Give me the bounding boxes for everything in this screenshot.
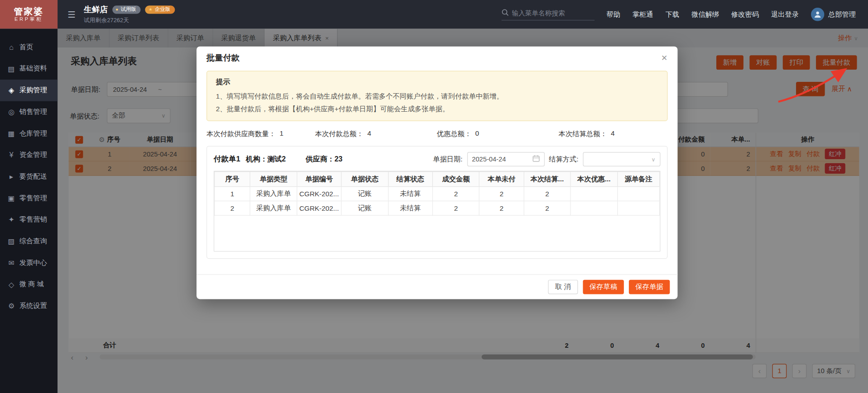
warehouse-icon: ▦ xyxy=(7,129,15,137)
settle-method-select[interactable]: ∨ xyxy=(583,152,660,166)
supplier-value: 23 xyxy=(335,155,343,163)
mall-icon: ◇ xyxy=(7,280,15,289)
user-menu[interactable]: 总部管理 xyxy=(811,8,856,21)
payment-table-header-row: 序号 单据类型 单据编号 单据状态 结算状态 成交金额 本单未付 本次结算...… xyxy=(215,172,660,187)
notice-line: 1、填写填写付款信息后，将会自动生成付款单。若需多个不同账户付款，请到付款单中新… xyxy=(216,90,658,103)
delivery-icon: ▸ xyxy=(7,172,15,180)
batch-payment-modal: 批量付款 ✕ 提示 1、填写填写付款信息后，将会自动生成付款单。若需多个不同账户… xyxy=(197,47,677,299)
menu-item-wechat-unbind[interactable]: 微信解绑 xyxy=(691,9,719,19)
payment-doc-table: 序号 单据类型 单据编号 单据状态 结算状态 成交金额 本单未付 本次结算...… xyxy=(214,171,661,251)
sidebar-item-invoice[interactable]: ✉发票中心 xyxy=(0,252,58,274)
payment-doc-name: 付款单1 xyxy=(214,154,240,164)
menu-search xyxy=(501,8,594,20)
calendar-icon xyxy=(532,155,540,164)
menu-item-change-password[interactable]: 修改密码 xyxy=(731,9,759,19)
purchase-icon: ◈ xyxy=(7,86,15,95)
store-name: 生鲜店 xyxy=(84,5,108,15)
payment-stats: 本次付款供应商数量：1 本次付款总额：4 优惠总额：0 本次结算总额：4 xyxy=(206,129,667,139)
menu-toggle-icon[interactable]: ☰ xyxy=(67,9,76,19)
sidebar-item-retail-marketing[interactable]: ✦零售营销 xyxy=(0,209,58,231)
save-document-button[interactable]: 保存单据 xyxy=(629,280,670,294)
store-block: 生鲜店 ● 试用版 ★ 企业版 试用剩余27262天 xyxy=(84,5,175,24)
notice-line: 2、批量付款后，将根据【机构+供应商+付款单日期】可能会生成多张单据。 xyxy=(216,103,658,115)
stat-discount-total-label: 优惠总额： xyxy=(437,129,471,139)
basic-data-icon: ▤ xyxy=(7,65,15,73)
menu-search-input[interactable] xyxy=(512,9,588,17)
app-logo: 管家婆 ERP掌柜 xyxy=(0,0,58,29)
payment-group-header: 付款单1 机构：测试2 供应商：23 单据日期: 2025-04-24 结算方式… xyxy=(214,150,661,169)
sidebar-item-query[interactable]: ▧综合查询 xyxy=(0,231,58,252)
stat-payment-total-label: 本次付款总额： xyxy=(315,129,364,139)
enterprise-badge: ★ 企业版 xyxy=(145,5,175,14)
user-avatar xyxy=(811,8,824,21)
menu-item-help[interactable]: 帮助 xyxy=(606,9,620,19)
settle-method-label: 结算方式: xyxy=(549,155,578,164)
sidebar-item-sales[interactable]: ◎销售管理 xyxy=(0,101,58,123)
invoice-icon: ✉ xyxy=(7,259,15,267)
sidebar-item-delivery[interactable]: ▸要货配送 xyxy=(0,166,58,188)
menu-item-download[interactable]: 下载 xyxy=(666,9,680,19)
top-bar: 管家婆 ERP掌柜 ☰ 生鲜店 ● 试用版 ★ 企业版 试用剩余27262天 xyxy=(0,0,868,29)
app-root: 管家婆 ERP掌柜 ☰ 生鲜店 ● 试用版 ★ 企业版 试用剩余27262天 xyxy=(0,0,868,393)
sidebar-item-retail[interactable]: ▣零售管理 xyxy=(0,187,58,209)
sidebar-item-basic-data[interactable]: ▤基础资料 xyxy=(0,58,58,80)
marketing-icon: ✦ xyxy=(7,216,15,224)
payment-doc-row[interactable]: 1 采购入库单 CGRK-202... 记账 未结算 2 2 2 xyxy=(215,187,660,201)
stat-payment-total-value: 4 xyxy=(367,129,371,139)
logo-text: 管家婆 xyxy=(14,6,44,16)
settings-icon: ⚙ xyxy=(7,302,15,310)
payment-doc-row[interactable]: 2 采购入库单 CGRK-202... 记账 未结算 2 2 2 xyxy=(215,201,660,215)
search-icon xyxy=(501,8,508,18)
query-icon: ▧ xyxy=(7,237,15,245)
menu-item-logout[interactable]: 退出登录 xyxy=(771,9,799,19)
stat-discount-total-value: 0 xyxy=(475,129,480,139)
menu-item-zhanggui-tong[interactable]: 掌柜通 xyxy=(633,9,653,19)
enterprise-badge-icon: ★ xyxy=(149,7,153,12)
cancel-button[interactable]: 取 消 xyxy=(548,280,578,294)
close-icon[interactable]: ✕ xyxy=(661,54,667,63)
trial-remaining-text: 试用剩余27262天 xyxy=(84,17,175,24)
sidebar-item-home[interactable]: ⌂首页 xyxy=(0,37,58,58)
stat-supplier-count-value: 1 xyxy=(279,129,283,139)
payment-group-panel: 付款单1 机构：测试2 供应商：23 单据日期: 2025-04-24 结算方式… xyxy=(206,146,667,259)
funds-icon: ¥ xyxy=(7,151,15,159)
stat-settle-total-value: 4 xyxy=(611,129,615,139)
stat-supplier-count-label: 本次付款供应商数量： xyxy=(206,129,276,139)
supplier-label: 供应商： xyxy=(306,155,335,163)
top-right-menu: 帮助 掌柜通 下载 微信解绑 修改密码 退出登录 总部管理 xyxy=(501,8,868,21)
sidebar-item-warehouse[interactable]: ▦仓库管理 xyxy=(0,123,58,144)
trial-badge-icon: ● xyxy=(115,7,118,12)
doc-date-label: 单据日期: xyxy=(433,155,462,164)
modal-footer: 取 消 保存草稿 保存单据 xyxy=(197,274,677,299)
retail-icon: ▣ xyxy=(7,194,15,202)
org-label: 机构： xyxy=(246,155,268,163)
save-draft-button[interactable]: 保存草稿 xyxy=(583,280,623,294)
modal-title: 批量付款 xyxy=(206,53,240,63)
modal-body: 提示 1、填写填写付款信息后，将会自动生成付款单。若需多个不同账户付款，请到付款… xyxy=(197,70,677,259)
doc-date-picker[interactable]: 2025-04-24 xyxy=(467,152,544,166)
logo-subtext: ERP掌柜 xyxy=(14,17,43,23)
home-icon: ⌂ xyxy=(7,43,15,51)
user-name: 总部管理 xyxy=(828,9,856,19)
notice-box: 提示 1、填写填写付款信息后，将会自动生成付款单。若需多个不同账户付款，请到付款… xyxy=(206,71,667,121)
sidebar-item-settings[interactable]: ⚙系统设置 xyxy=(0,295,58,317)
sidebar-item-funds[interactable]: ¥资金管理 xyxy=(0,144,58,166)
trial-badge: ● 试用版 xyxy=(112,5,141,14)
sidebar-item-mall[interactable]: ◇微 商 城 xyxy=(0,274,58,295)
sales-icon: ◎ xyxy=(7,108,15,116)
stat-settle-total-label: 本次结算总额： xyxy=(559,129,607,139)
modal-header: 批量付款 ✕ xyxy=(197,47,677,70)
sidebar: ⌂首页 ▤基础资料 ◈采购管理 ◎销售管理 ▦仓库管理 ¥资金管理 ▸要货配送 … xyxy=(0,29,58,393)
chevron-down-icon: ∨ xyxy=(652,156,656,162)
org-value: 测试2 xyxy=(268,155,286,163)
notice-title: 提示 xyxy=(216,77,658,87)
sidebar-item-purchase[interactable]: ◈采购管理 xyxy=(0,80,58,101)
